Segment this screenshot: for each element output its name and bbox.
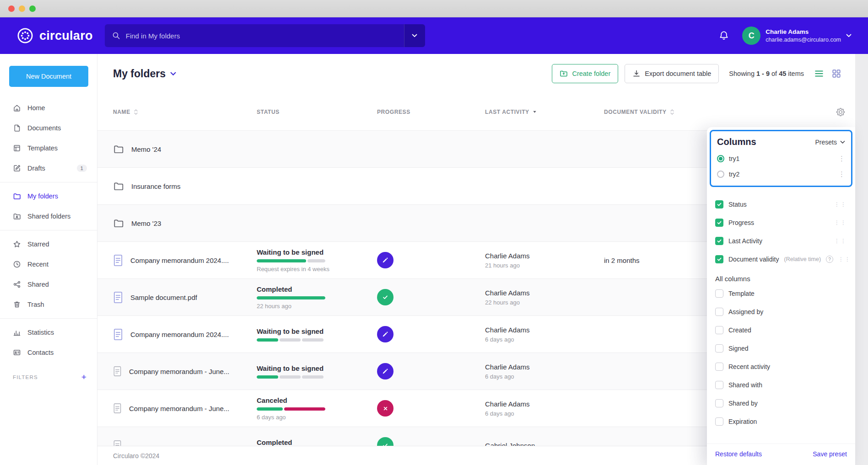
column-toggle-template[interactable]: Template — [715, 284, 847, 303]
document-icon — [113, 328, 123, 341]
drag-handle-icon[interactable]: ⋮⋮ — [834, 238, 847, 244]
column-toggle-shared-with[interactable]: Shared with — [715, 376, 847, 394]
column-toggle-status[interactable]: Status ⋮⋮ — [715, 195, 847, 214]
sidebar-item-contacts[interactable]: Contacts — [0, 342, 97, 363]
shared-folder-icon — [13, 212, 21, 220]
column-toggle-shared-by[interactable]: Shared by — [715, 394, 847, 412]
column-toggle-signed[interactable]: Signed — [715, 339, 847, 358]
checkbox-checked[interactable] — [715, 219, 723, 227]
presets-dropdown-toggle[interactable]: Presets — [815, 139, 845, 146]
checkbox-checked[interactable] — [715, 237, 723, 245]
grid-view-icon[interactable] — [831, 69, 841, 79]
showing-items-text: Showing 1 - 9 of 45 items — [729, 70, 804, 77]
template-icon — [13, 144, 21, 152]
sidebar-item-label: Drafts — [27, 165, 45, 172]
header-actions: C Charlie Adams charlie.adams@circularo.… — [718, 27, 852, 45]
folder-name: Memo '23 — [131, 219, 161, 227]
restore-defaults-link[interactable]: Restore defaults — [715, 450, 762, 458]
folder-icon — [113, 218, 124, 229]
sidebar-item-shared-folders[interactable]: Shared folders — [0, 206, 97, 226]
document-icon — [113, 440, 122, 446]
help-question-icon[interactable]: ? — [826, 256, 833, 263]
share-icon — [13, 280, 21, 289]
column-toggle-progress[interactable]: Progress ⋮⋮ — [715, 214, 847, 232]
column-settings-gear-icon[interactable] — [836, 107, 855, 117]
column-header-last-activity[interactable]: LAST ACTIVITY — [485, 109, 604, 115]
sidebar-item-recent[interactable]: Recent — [0, 254, 97, 274]
brand-logo[interactable]: circularo — [16, 27, 93, 44]
preset-row-try1[interactable]: try1 ⋮ — [717, 151, 845, 166]
column-header-name[interactable]: NAME — [113, 109, 257, 115]
drag-handle-icon[interactable]: ⋮⋮ — [838, 256, 851, 262]
sidebar-nav: Home Documents Templates Drafts 1 — [0, 98, 97, 363]
sidebar-item-starred[interactable]: Starred — [0, 234, 97, 254]
preset-radio[interactable] — [717, 171, 724, 178]
column-toggle-last-activity[interactable]: Last Activity ⋮⋮ — [715, 232, 847, 250]
checkbox-unchecked[interactable] — [715, 399, 723, 407]
activity-time: 6 days ago — [485, 373, 604, 380]
trash-icon — [13, 300, 21, 309]
copyright-text: Circularo ©2024 — [113, 452, 159, 460]
create-folder-label: Create folder — [572, 70, 610, 77]
checkbox-unchecked[interactable] — [715, 326, 723, 334]
status-progress-bar — [257, 407, 325, 411]
column-toggle-expiration[interactable]: Expiration — [715, 412, 847, 431]
filters-section: FILTERS + — [0, 373, 97, 381]
save-preset-link[interactable]: Save preset — [813, 450, 847, 458]
sidebar-divider — [0, 230, 97, 230]
sidebar-divider — [0, 318, 97, 319]
close-window-button[interactable] — [8, 5, 15, 12]
create-folder-button[interactable]: Create folder — [552, 64, 618, 83]
sidebar-item-label: Trash — [27, 301, 44, 308]
search-scope-dropdown[interactable] — [404, 24, 425, 47]
folder-icon — [13, 192, 21, 200]
sidebar-item-label: My folders — [27, 192, 58, 200]
export-table-button[interactable]: Export document table — [625, 64, 719, 83]
column-header-document-validity[interactable]: DOCUMENT VALIDITY — [604, 109, 828, 115]
column-toggle-created[interactable]: Created — [715, 321, 847, 339]
sidebar-item-drafts[interactable]: Drafts 1 — [0, 158, 97, 178]
search-bar[interactable] — [105, 24, 425, 47]
sidebar-item-my-folders[interactable]: My folders — [0, 186, 97, 206]
status-label: Waiting to be signed — [257, 248, 323, 256]
checkbox-unchecked[interactable] — [715, 289, 723, 298]
column-toggle-document-validity[interactable]: Document validity (Relative time) ? ⋮⋮ — [715, 250, 847, 268]
checkbox-checked[interactable] — [715, 255, 723, 263]
minimize-window-button[interactable] — [19, 5, 25, 12]
preset-menu-kebab-icon[interactable]: ⋮ — [838, 155, 845, 163]
sidebar-item-shared[interactable]: Shared — [0, 274, 97, 294]
sidebar-item-documents[interactable]: Documents — [0, 118, 97, 138]
user-menu[interactable]: C Charlie Adams charlie.adams@circularo.… — [742, 27, 852, 45]
checkbox-unchecked[interactable] — [715, 363, 723, 371]
page-title-dropdown[interactable]: My folders — [113, 68, 176, 80]
folder-name: Insurance forms — [131, 182, 181, 190]
page-title: My folders — [113, 68, 166, 80]
column-toggle-assigned-by[interactable]: Assigned by — [715, 303, 847, 321]
preset-menu-kebab-icon[interactable]: ⋮ — [838, 170, 845, 178]
column-toggle-recent-activity[interactable]: Recent activity — [715, 358, 847, 376]
sidebar-item-label: Home — [27, 104, 45, 112]
presets-highlight-box: Columns Presets try1 ⋮ try2 ⋮ — [710, 130, 852, 187]
add-filter-button[interactable]: + — [81, 373, 87, 381]
checkbox-unchecked[interactable] — [715, 308, 723, 316]
document-icon — [113, 366, 122, 377]
new-document-button[interactable]: New Document — [9, 66, 88, 87]
chevron-down-icon — [846, 34, 852, 37]
checkbox-checked[interactable] — [715, 200, 723, 208]
activity-user: Charlie Adams — [485, 289, 604, 297]
list-view-icon[interactable] — [814, 69, 824, 79]
zoom-window-button[interactable] — [29, 5, 36, 12]
checkbox-unchecked[interactable] — [715, 344, 723, 353]
sidebar-item-trash[interactable]: Trash — [0, 294, 97, 315]
checkbox-unchecked[interactable] — [715, 381, 723, 389]
preset-radio-selected[interactable] — [717, 155, 724, 162]
notifications-bell-icon[interactable] — [718, 30, 729, 41]
search-input[interactable] — [126, 24, 404, 47]
preset-row-try2[interactable]: try2 ⋮ — [717, 166, 845, 182]
checkbox-unchecked[interactable] — [715, 417, 723, 426]
sidebar-item-templates[interactable]: Templates — [0, 138, 97, 158]
drag-handle-icon[interactable]: ⋮⋮ — [834, 201, 847, 208]
sidebar-item-statistics[interactable]: Statistics — [0, 322, 97, 342]
drag-handle-icon[interactable]: ⋮⋮ — [834, 219, 847, 226]
sidebar-item-home[interactable]: Home — [0, 98, 97, 118]
